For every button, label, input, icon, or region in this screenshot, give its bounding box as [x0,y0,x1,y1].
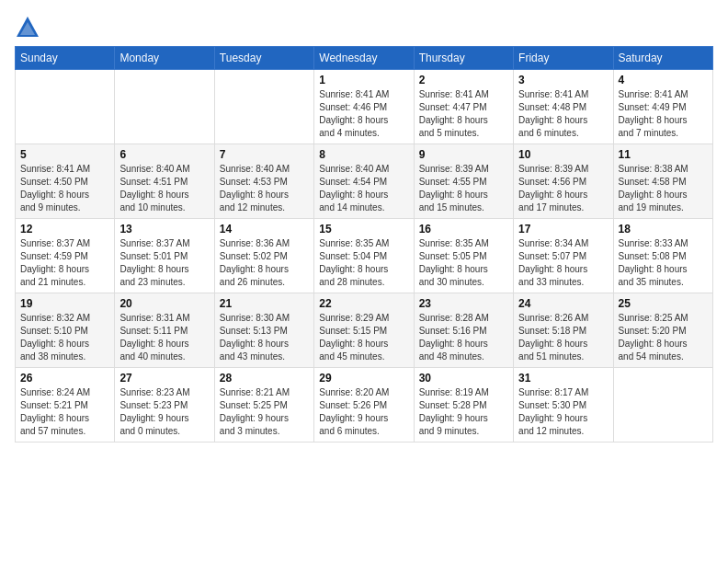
weekday-header-monday: Monday [115,47,214,70]
day-number: 7 [220,148,309,161]
day-info: Sunrise: 8:20 AM Sunset: 5:26 PM Dayligh… [319,386,408,438]
calendar-cell: 26Sunrise: 8:24 AM Sunset: 5:21 PM Dayli… [16,368,115,442]
calendar-cell: 16Sunrise: 8:35 AM Sunset: 5:05 PM Dayli… [414,219,513,293]
header [15,11,713,40]
calendar-cell: 17Sunrise: 8:34 AM Sunset: 5:07 PM Dayli… [514,219,613,293]
calendar-cell: 7Sunrise: 8:40 AM Sunset: 4:53 PM Daylig… [214,144,313,219]
day-info: Sunrise: 8:39 AM Sunset: 4:56 PM Dayligh… [518,163,608,214]
day-info: Sunrise: 8:30 AM Sunset: 5:13 PM Dayligh… [220,312,309,363]
calendar-cell: 3Sunrise: 8:41 AM Sunset: 4:48 PM Daylig… [514,70,613,144]
calendar-cell: 8Sunrise: 8:40 AM Sunset: 4:54 PM Daylig… [314,144,414,219]
day-number: 2 [419,74,508,86]
day-info: Sunrise: 8:38 AM Sunset: 4:58 PM Dayligh… [619,163,708,214]
day-info: Sunrise: 8:36 AM Sunset: 5:02 PM Dayligh… [220,237,309,289]
weekday-header-sunday: Sunday [16,47,115,70]
calendar-cell: 4Sunrise: 8:41 AM Sunset: 4:49 PM Daylig… [613,70,712,144]
calendar-cell [115,70,214,144]
day-number: 9 [419,148,508,161]
calendar-cell: 14Sunrise: 8:36 AM Sunset: 5:02 PM Dayli… [214,219,313,293]
calendar-cell [613,368,712,442]
day-info: Sunrise: 8:35 AM Sunset: 5:05 PM Dayligh… [419,237,508,289]
calendar-cell: 31Sunrise: 8:17 AM Sunset: 5:30 PM Dayli… [514,368,613,442]
calendar-week-1: 5Sunrise: 8:41 AM Sunset: 4:50 PM Daylig… [16,144,713,219]
day-info: Sunrise: 8:41 AM Sunset: 4:48 PM Dayligh… [518,88,608,140]
calendar-cell: 29Sunrise: 8:20 AM Sunset: 5:26 PM Dayli… [314,368,414,442]
day-number: 27 [119,372,209,385]
day-number: 22 [319,297,408,310]
calendar-week-0: 1Sunrise: 8:41 AM Sunset: 4:46 PM Daylig… [16,70,713,144]
day-number: 21 [220,297,309,310]
calendar-cell: 6Sunrise: 8:40 AM Sunset: 4:51 PM Daylig… [115,144,214,219]
calendar-cell: 18Sunrise: 8:33 AM Sunset: 5:08 PM Dayli… [613,219,712,293]
day-number: 20 [119,297,209,310]
calendar-cell: 13Sunrise: 8:37 AM Sunset: 5:01 PM Dayli… [115,219,214,293]
calendar-table: SundayMondayTuesdayWednesdayThursdayFrid… [15,46,713,442]
day-number: 23 [419,297,508,310]
day-info: Sunrise: 8:31 AM Sunset: 5:11 PM Dayligh… [119,312,209,363]
day-number: 11 [619,148,708,161]
day-info: Sunrise: 8:41 AM Sunset: 4:47 PM Dayligh… [419,88,508,140]
day-info: Sunrise: 8:26 AM Sunset: 5:18 PM Dayligh… [518,312,608,363]
calendar-cell: 24Sunrise: 8:26 AM Sunset: 5:18 PM Dayli… [514,293,613,368]
calendar-week-2: 12Sunrise: 8:37 AM Sunset: 4:59 PM Dayli… [16,219,713,293]
weekday-header-tuesday: Tuesday [214,47,313,70]
calendar-cell: 22Sunrise: 8:29 AM Sunset: 5:15 PM Dayli… [314,293,414,368]
calendar-cell: 10Sunrise: 8:39 AM Sunset: 4:56 PM Dayli… [514,144,613,219]
day-info: Sunrise: 8:37 AM Sunset: 5:01 PM Dayligh… [119,237,209,289]
calendar-cell [16,70,115,144]
calendar-cell: 19Sunrise: 8:32 AM Sunset: 5:10 PM Dayli… [16,293,115,368]
calendar-cell [214,70,313,144]
calendar-cell: 1Sunrise: 8:41 AM Sunset: 4:46 PM Daylig… [314,70,414,144]
day-number: 18 [619,223,708,236]
day-number: 15 [319,223,408,236]
day-info: Sunrise: 8:32 AM Sunset: 5:10 PM Dayligh… [20,312,109,363]
calendar-cell: 9Sunrise: 8:39 AM Sunset: 4:55 PM Daylig… [414,144,513,219]
day-info: Sunrise: 8:17 AM Sunset: 5:30 PM Dayligh… [518,386,608,438]
day-number: 31 [518,372,608,385]
day-number: 4 [619,74,708,86]
calendar-cell: 2Sunrise: 8:41 AM Sunset: 4:47 PM Daylig… [414,70,513,144]
day-info: Sunrise: 8:41 AM Sunset: 4:49 PM Dayligh… [619,88,708,140]
day-number: 16 [419,223,508,236]
weekday-header-wednesday: Wednesday [314,47,414,70]
calendar-cell: 25Sunrise: 8:25 AM Sunset: 5:20 PM Dayli… [613,293,712,368]
day-number: 5 [20,148,109,161]
day-info: Sunrise: 8:40 AM Sunset: 4:51 PM Dayligh… [119,163,209,214]
day-number: 28 [220,372,309,385]
day-number: 8 [319,148,408,161]
day-info: Sunrise: 8:29 AM Sunset: 5:15 PM Dayligh… [319,312,408,363]
calendar-cell: 27Sunrise: 8:23 AM Sunset: 5:23 PM Dayli… [115,368,214,442]
calendar-week-4: 26Sunrise: 8:24 AM Sunset: 5:21 PM Dayli… [16,368,713,442]
day-info: Sunrise: 8:25 AM Sunset: 5:20 PM Dayligh… [619,312,708,363]
day-number: 6 [119,148,209,161]
calendar-week-3: 19Sunrise: 8:32 AM Sunset: 5:10 PM Dayli… [16,293,713,368]
day-info: Sunrise: 8:23 AM Sunset: 5:23 PM Dayligh… [119,386,209,438]
calendar-cell: 30Sunrise: 8:19 AM Sunset: 5:28 PM Dayli… [414,368,513,442]
weekday-header-thursday: Thursday [414,47,513,70]
day-info: Sunrise: 8:40 AM Sunset: 4:53 PM Dayligh… [220,163,309,214]
day-info: Sunrise: 8:21 AM Sunset: 5:25 PM Dayligh… [220,386,309,438]
calendar-cell: 23Sunrise: 8:28 AM Sunset: 5:16 PM Dayli… [414,293,513,368]
day-number: 13 [119,223,209,236]
logo [15,15,44,40]
day-number: 19 [20,297,109,310]
page-container: SundayMondayTuesdayWednesdayThursdayFrid… [0,0,728,563]
day-info: Sunrise: 8:33 AM Sunset: 5:08 PM Dayligh… [619,237,708,289]
day-info: Sunrise: 8:24 AM Sunset: 5:21 PM Dayligh… [20,386,109,438]
day-info: Sunrise: 8:41 AM Sunset: 4:50 PM Dayligh… [20,163,109,214]
day-number: 1 [319,74,408,86]
day-number: 17 [518,223,608,236]
day-info: Sunrise: 8:39 AM Sunset: 4:55 PM Dayligh… [419,163,508,214]
calendar-cell: 5Sunrise: 8:41 AM Sunset: 4:50 PM Daylig… [16,144,115,219]
day-number: 12 [20,223,109,236]
day-info: Sunrise: 8:35 AM Sunset: 5:04 PM Dayligh… [319,237,408,289]
calendar-cell: 20Sunrise: 8:31 AM Sunset: 5:11 PM Dayli… [115,293,214,368]
day-number: 29 [319,372,408,385]
day-number: 10 [518,148,608,161]
day-info: Sunrise: 8:37 AM Sunset: 4:59 PM Dayligh… [20,237,109,289]
weekday-header-friday: Friday [514,47,613,70]
day-info: Sunrise: 8:40 AM Sunset: 4:54 PM Dayligh… [319,163,408,214]
calendar-cell: 15Sunrise: 8:35 AM Sunset: 5:04 PM Dayli… [314,219,414,293]
calendar-cell: 11Sunrise: 8:38 AM Sunset: 4:58 PM Dayli… [613,144,712,219]
day-number: 24 [518,297,608,310]
